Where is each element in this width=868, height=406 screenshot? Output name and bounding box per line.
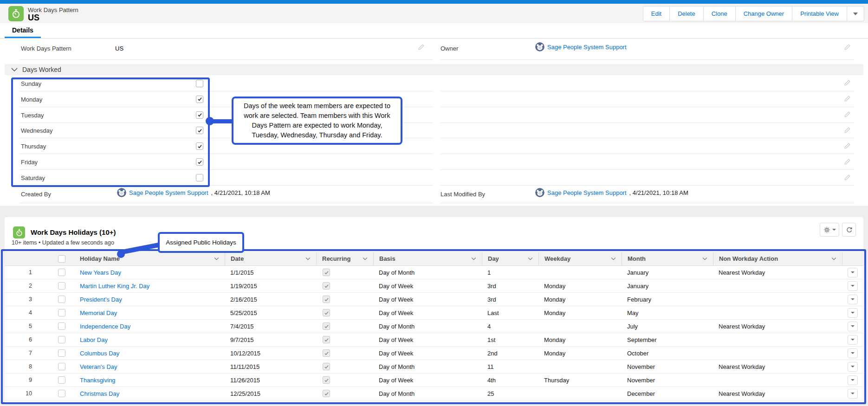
edit-field-button[interactable] — [844, 111, 851, 118]
row-actions-button[interactable] — [848, 389, 858, 399]
date-cell: 12/25/2015 — [225, 387, 316, 400]
row-actions-button[interactable] — [848, 348, 858, 358]
column-header[interactable]: Non Workday Action — [713, 252, 842, 266]
chevron-down-icon — [305, 257, 311, 260]
recurring-checkbox — [323, 296, 330, 303]
refresh-button[interactable] — [842, 223, 856, 237]
row-select-cell — [49, 266, 74, 279]
row-actions-cell — [842, 320, 863, 333]
day-label: Monday — [21, 96, 42, 103]
record-type-label: Work Days Pattern — [28, 6, 78, 13]
edit-work-days-pattern-button[interactable] — [418, 44, 425, 51]
row-number: 1 — [5, 266, 49, 279]
row-checkbox[interactable] — [58, 309, 65, 316]
row-actions-button[interactable] — [848, 281, 858, 291]
created-by-link[interactable]: Sage People System Support — [129, 189, 208, 196]
pencil-icon — [844, 158, 851, 165]
caret-down-icon — [851, 325, 855, 327]
edit-field-button[interactable] — [844, 158, 851, 166]
select-all-checkbox[interactable] — [58, 255, 65, 263]
row-checkbox[interactable] — [58, 349, 65, 357]
row-checkbox[interactable] — [58, 296, 65, 303]
holiday-link[interactable]: President's Day — [80, 296, 122, 303]
holiday-link[interactable]: New Years Day — [80, 269, 121, 276]
details-panel: Work Days Pattern US Owner Sage People S… — [0, 39, 868, 206]
holiday-link[interactable]: Christmas Day — [80, 390, 119, 397]
edit-field-button[interactable] — [844, 79, 851, 87]
row-checkbox[interactable] — [58, 322, 65, 330]
row-actions-button[interactable] — [848, 322, 858, 331]
list-settings-button[interactable] — [820, 223, 839, 237]
column-header[interactable]: Weekday — [538, 252, 622, 266]
day-checkbox[interactable] — [196, 127, 203, 134]
row-checkbox[interactable] — [58, 390, 65, 397]
last-modified-by-link[interactable]: Sage People System Support — [547, 189, 627, 196]
date-cell: 11/26/2015 — [225, 374, 316, 387]
header-action-button[interactable]: Clone — [704, 6, 736, 21]
row-select-cell — [49, 320, 74, 333]
row-actions-button[interactable] — [848, 362, 858, 372]
chevron-down-icon — [363, 257, 368, 260]
row-checkbox[interactable] — [58, 269, 65, 276]
edit-field-button[interactable] — [844, 95, 851, 103]
header-action-button[interactable]: Printable View — [792, 6, 847, 21]
tab-details[interactable]: Details — [5, 23, 41, 38]
row-actions-button[interactable] — [848, 308, 858, 318]
field-label-created-by: Created By — [21, 191, 51, 198]
month-cell: November — [622, 374, 713, 387]
column-header[interactable]: Basis — [373, 252, 482, 266]
column-header[interactable]: Day — [482, 252, 538, 266]
row-checkbox[interactable] — [58, 376, 65, 384]
row-checkbox[interactable] — [58, 282, 65, 290]
column-header[interactable]: Date — [225, 252, 316, 266]
column-header[interactable]: Holiday Name — [74, 252, 225, 266]
column-header[interactable]: Month — [622, 252, 713, 266]
row-checkbox[interactable] — [58, 336, 65, 343]
row-actions-cell — [842, 306, 863, 320]
day-checkbox[interactable] — [196, 158, 203, 166]
holiday-link[interactable]: Columbus Day — [80, 350, 119, 357]
pencil-icon — [844, 174, 851, 181]
header-action-button[interactable]: Edit — [643, 6, 670, 21]
holiday-link[interactable]: Memorial Day — [80, 309, 117, 316]
holiday-name-cell: Memorial Day — [74, 306, 225, 320]
holiday-link[interactable]: Labor Day — [80, 336, 108, 343]
row-actions-button[interactable] — [848, 295, 858, 304]
day-label: Wednesday — [21, 127, 52, 134]
column-header[interactable]: Recurring — [316, 252, 373, 266]
check-icon — [324, 310, 329, 316]
section-days-worked[interactable]: Days Worked — [5, 64, 863, 75]
section-title: Days Worked — [22, 66, 61, 73]
recurring-cell — [316, 333, 373, 347]
day-checkbox[interactable] — [196, 142, 203, 150]
related-list-meta: 10+ items • Updated a few seconds ago — [12, 239, 114, 246]
row-checkbox[interactable] — [58, 363, 65, 370]
day-checkbox[interactable] — [196, 174, 203, 181]
caret-down-icon — [851, 352, 855, 354]
column-header-select-all — [49, 252, 74, 266]
field-label-work-days-pattern: Work Days Pattern — [21, 45, 71, 52]
header-action-button[interactable]: Delete — [670, 6, 704, 21]
more-actions-button[interactable] — [847, 6, 864, 21]
row-actions-button[interactable] — [848, 268, 858, 277]
weekday-cell — [538, 266, 622, 279]
day-checkbox[interactable] — [196, 96, 203, 103]
edit-field-button[interactable] — [844, 174, 851, 181]
owner-link[interactable]: Sage People System Support — [547, 44, 627, 51]
holiday-link[interactable]: Thanksgiving — [80, 377, 116, 384]
day-checkbox[interactable] — [196, 111, 203, 119]
holiday-link[interactable]: Independence Day — [80, 323, 130, 330]
day-cell: 3rd — [482, 279, 538, 293]
row-actions-button[interactable] — [848, 335, 858, 345]
edit-field-button[interactable] — [844, 142, 851, 150]
header-action-button[interactable]: Change Owner — [736, 6, 792, 21]
holiday-link[interactable]: Veteran's Day — [80, 363, 117, 370]
row-actions-button[interactable] — [848, 375, 858, 385]
day-checkbox[interactable] — [196, 80, 203, 87]
caret-down-icon — [851, 298, 855, 300]
recurring-cell — [316, 293, 373, 306]
edit-owner-button[interactable] — [844, 44, 851, 51]
holiday-link[interactable]: Martin Luther King Jr. Day — [80, 283, 149, 290]
divider — [19, 59, 433, 60]
edit-field-button[interactable] — [844, 127, 851, 134]
